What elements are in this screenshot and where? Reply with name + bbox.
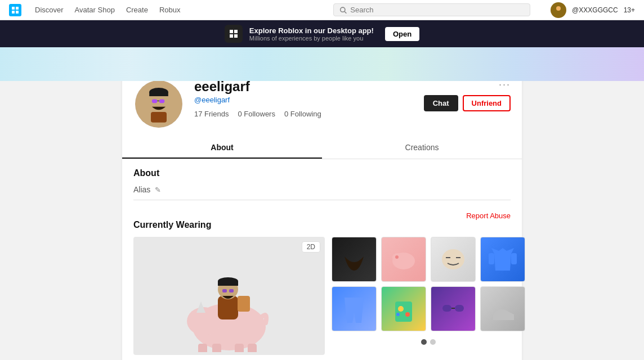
user-avatar-icon[interactable] <box>551 2 566 18</box>
unfriend-button[interactable]: Unfriend <box>463 95 511 111</box>
username-display: @XXXGGGCC <box>572 6 618 14</box>
nav-discover[interactable]: Discover <box>35 6 64 14</box>
dot-1[interactable] <box>421 339 427 345</box>
svg-rect-41 <box>395 302 412 322</box>
svg-rect-0 <box>12 7 15 10</box>
edit-alias-icon[interactable]: ✎ <box>155 186 161 194</box>
item-shoe[interactable] <box>480 286 525 331</box>
profile-tabs: About Creations <box>122 137 522 159</box>
svg-rect-15 <box>152 100 157 104</box>
svg-rect-31 <box>229 289 234 292</box>
svg-rect-39 <box>489 253 494 264</box>
svg-rect-3 <box>16 11 19 14</box>
svg-rect-18 <box>151 112 167 123</box>
svg-rect-10 <box>234 34 238 38</box>
svg-rect-29 <box>218 281 238 286</box>
nav-links: Discover Avatar Shop Create Robux <box>35 6 181 14</box>
svg-rect-24 <box>235 344 244 352</box>
banner-subtitle: Millions of experiences by people like y… <box>249 35 374 42</box>
toggle-2d-button[interactable]: 2D <box>302 241 320 253</box>
alias-label: Alias <box>133 185 150 194</box>
banner-app-icon <box>225 25 243 43</box>
svg-rect-1 <box>16 7 19 10</box>
item-glasses[interactable] <box>431 286 476 331</box>
svg-rect-46 <box>455 305 464 312</box>
svg-rect-23 <box>212 344 221 352</box>
nav-user-area: @XXXGGGCC 13+ <box>551 2 635 18</box>
search-bar[interactable] <box>333 3 530 16</box>
avatar-3d-preview: 2D <box>133 237 325 355</box>
wearing-title: Currently Wearing <box>133 220 511 230</box>
nav-create[interactable]: Create <box>126 6 148 14</box>
dot-2[interactable] <box>430 339 436 345</box>
svg-rect-8 <box>234 30 238 33</box>
svg-rect-26 <box>218 296 238 320</box>
roblox-logo[interactable] <box>9 4 21 16</box>
report-abuse-link[interactable]: Report Abuse <box>122 212 522 220</box>
svg-marker-21 <box>196 302 205 313</box>
nav-avatar-shop[interactable]: Avatar Shop <box>75 6 115 14</box>
following-stat[interactable]: 0 Following <box>284 110 321 118</box>
svg-rect-14 <box>149 92 168 96</box>
app-banner: Explore Roblox in our Desktop app! Milli… <box>0 20 644 47</box>
item-shirt[interactable] <box>480 237 525 282</box>
svg-rect-22 <box>198 344 207 352</box>
items-grid <box>332 237 525 355</box>
more-options-button[interactable]: ··· <box>499 81 511 91</box>
item-pig[interactable] <box>381 237 426 282</box>
svg-rect-45 <box>442 305 451 312</box>
item-beard[interactable] <box>332 237 377 282</box>
wearing-content: 2D <box>133 237 511 355</box>
friends-stat[interactable]: 17 Friends <box>194 110 229 118</box>
svg-rect-30 <box>222 289 227 292</box>
banner-open-button[interactable]: Open <box>385 27 419 41</box>
currently-wearing-section: Currently Wearing <box>122 220 522 360</box>
item-pants[interactable] <box>332 286 377 331</box>
svg-point-4 <box>341 7 345 12</box>
svg-point-44 <box>396 313 400 316</box>
profile-avatar <box>133 81 184 129</box>
about-title: About <box>133 168 511 178</box>
banner-title: Explore Roblox in our Desktop app! <box>249 26 374 35</box>
profile-card: eeeligarf @eeeligarf 17 Friends 0 Follow… <box>122 81 522 360</box>
svg-rect-25 <box>248 344 257 352</box>
item-bag[interactable] <box>381 286 426 331</box>
svg-rect-9 <box>230 34 233 38</box>
svg-point-35 <box>395 255 399 259</box>
tab-creations[interactable]: Creations <box>322 137 522 159</box>
svg-point-6 <box>556 6 561 11</box>
carousel-dots <box>332 339 525 345</box>
top-navigation: Discover Avatar Shop Create Robux @XXXGG… <box>0 0 644 20</box>
banner-text: Explore Roblox in our Desktop app! Milli… <box>249 26 374 42</box>
svg-rect-7 <box>230 30 233 33</box>
svg-rect-40 <box>511 253 517 264</box>
profile-background <box>0 47 644 81</box>
svg-point-42 <box>398 306 404 312</box>
main-scroll-area[interactable]: eeeligarf @eeeligarf 17 Friends 0 Follow… <box>0 81 644 360</box>
item-face[interactable] <box>431 237 476 282</box>
search-icon <box>339 6 347 14</box>
svg-line-5 <box>345 11 346 13</box>
nav-robux[interactable]: Robux <box>159 6 181 14</box>
svg-point-43 <box>405 312 410 317</box>
alias-row: Alias ✎ <box>133 185 511 200</box>
age-rating: 13+ <box>624 6 635 14</box>
search-input[interactable] <box>350 6 524 14</box>
svg-rect-2 <box>12 11 15 14</box>
chat-button[interactable]: Chat <box>424 95 458 111</box>
items-row-2 <box>332 286 525 331</box>
items-row-1 <box>332 237 525 282</box>
svg-rect-32 <box>238 296 250 312</box>
tab-about[interactable]: About <box>122 137 322 159</box>
svg-point-36 <box>442 249 464 269</box>
svg-rect-16 <box>159 100 164 104</box>
profile-header: eeeligarf @eeeligarf 17 Friends 0 Follow… <box>122 81 522 129</box>
about-section: About Alias ✎ <box>122 159 522 209</box>
main-content: eeeligarf @eeeligarf 17 Friends 0 Follow… <box>0 81 644 360</box>
followers-stat[interactable]: 0 Followers <box>238 110 275 118</box>
